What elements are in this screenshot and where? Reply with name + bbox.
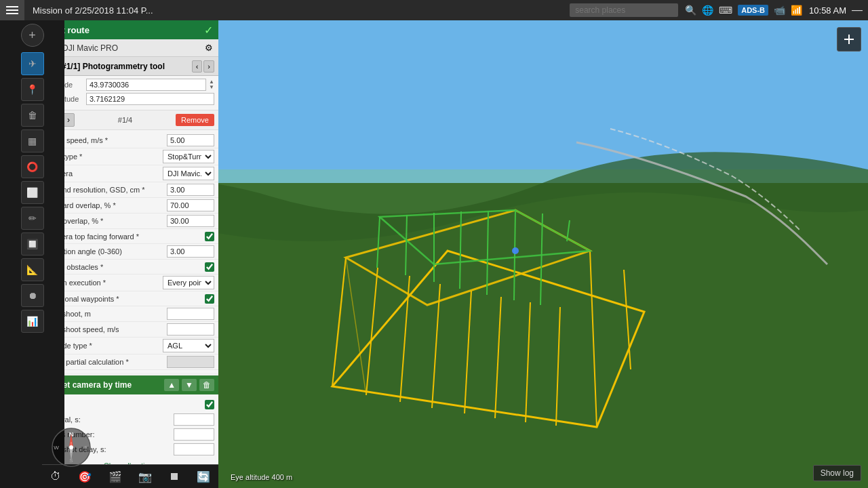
- keyboard-icon[interactable]: ⌨: [719, 5, 732, 16]
- compass: N S W E: [51, 427, 92, 468]
- allow-partial-row: Allow partial calculation *: [42, 354, 218, 370]
- coords-section: Latitude ▲ ▼ Longitude: [42, 76, 218, 110]
- forward-overlap-row: Forward overlap, % *: [42, 198, 218, 214]
- top-bar: Mission of 2/25/2018 11:04 P... 🔍 🌐 ⌨ AD…: [0, 0, 868, 20]
- show-log-button[interactable]: Show log: [813, 465, 861, 481]
- compass-svg: N S W E: [51, 427, 92, 468]
- camera-top-checkbox[interactable]: [205, 232, 214, 241]
- top-icons-group: 🔍 🌐 ⌨ ADS-B 📹 📶: [678, 5, 809, 16]
- svg-text:W: W: [54, 445, 59, 451]
- remove-waypoint-btn[interactable]: Remove: [176, 114, 214, 126]
- action-up-btn[interactable]: ▲: [164, 379, 179, 391]
- auto-row: Auto: [46, 397, 214, 412]
- sidebar-item-circle[interactable]: ⭕: [21, 155, 44, 178]
- svg-point-24: [512, 247, 519, 254]
- sidebar-item-grid[interactable]: ▦: [21, 129, 44, 152]
- avoid-obstacles-label: Avoid obstacles *: [46, 263, 205, 271]
- direction-angle-input[interactable]: [167, 245, 214, 258]
- allow-partial-input[interactable]: [167, 356, 214, 368]
- interval-label: Interval, s:: [46, 415, 174, 424]
- toolbar-target-btn[interactable]: 🎯: [74, 469, 96, 485]
- overshoot-m-row: Overshoot, m: [42, 306, 218, 322]
- action-execution-row: Action execution * Every point First poi…: [42, 274, 218, 291]
- search-icon[interactable]: 🔍: [685, 5, 696, 16]
- turn-type-select[interactable]: Stop&Turn Adaptive bank: [163, 150, 214, 163]
- additional-waypoints-checkbox[interactable]: [205, 294, 214, 304]
- camera-top-label: Camera top facing forward *: [46, 232, 205, 241]
- sidebar-item-shape[interactable]: 🔲: [21, 232, 44, 256]
- drone-settings-icon[interactable]: ⚙: [205, 43, 213, 53]
- tool-header: 🗑 [#1/1] Photogrammetry tool ‹ ›: [42, 57, 218, 76]
- flight-speed-row: Flight speed, m/s *: [42, 133, 218, 148]
- gsd-row: Ground resolution, GSD, cm *: [42, 182, 218, 198]
- flight-speed-input[interactable]: [167, 134, 214, 146]
- sidebar-item-draw[interactable]: ✏: [21, 207, 44, 230]
- action-delete-btn[interactable]: 🗑: [199, 379, 214, 391]
- toolbar-camera-btn[interactable]: 📷: [134, 469, 156, 485]
- toolbar-timer-btn[interactable]: ⏱: [46, 469, 65, 484]
- sidebar-item-record[interactable]: ⏺: [21, 284, 44, 307]
- camera-select[interactable]: DJI Mavic... Custom: [163, 167, 214, 180]
- mission-title: Mission of 2/25/2018 11:04 P...: [24, 5, 570, 16]
- toolbar-refresh-btn[interactable]: 🔄: [193, 469, 214, 485]
- action-section: #1 Set camera by time ▲ ▼ 🗑: [42, 375, 218, 394]
- waypoint-indicator: #1/4: [79, 116, 172, 124]
- bottom-toolbar: ⏱ 🎯 🎬 📷 ⏹ 🔄: [42, 464, 218, 488]
- signal-icon: 📶: [791, 5, 802, 16]
- video-icon[interactable]: 📹: [774, 5, 785, 16]
- auto-label: Auto: [46, 401, 205, 409]
- clock: 10:58 AM: [809, 5, 852, 16]
- menu-button[interactable]: [0, 0, 24, 20]
- overshoot-speed-input[interactable]: [167, 323, 214, 336]
- additional-waypoints-label: Additional waypoints *: [46, 295, 205, 303]
- zoom-icon: [842, 33, 856, 46]
- gsd-input[interactable]: [167, 184, 214, 196]
- altitude-type-select[interactable]: AGL AMSL: [163, 339, 214, 352]
- tool-prev-btn[interactable]: ‹: [192, 60, 203, 73]
- form-section: Flight speed, m/s * Turn type * Stop&Tur…: [42, 130, 218, 373]
- svg-text:E: E: [84, 445, 87, 451]
- add-button[interactable]: +: [21, 24, 44, 47]
- toolbar-action-btn[interactable]: 🎬: [104, 469, 126, 485]
- sidebar-item-ruler[interactable]: 📐: [21, 258, 44, 281]
- toolbar-stop-btn[interactable]: ⏹: [165, 469, 184, 484]
- interval-input[interactable]: [174, 413, 214, 426]
- side-overlap-input[interactable]: [167, 215, 214, 227]
- minimize-icon[interactable]: —: [852, 4, 868, 16]
- longitude-input[interactable]: [86, 93, 214, 105]
- first-shot-input[interactable]: [174, 443, 214, 455]
- action-execution-select[interactable]: Every point First point: [163, 276, 214, 289]
- overshoot-m-input[interactable]: [167, 308, 214, 320]
- latitude-input[interactable]: [86, 79, 206, 91]
- search-input[interactable]: [570, 3, 678, 17]
- forward-overlap-input[interactable]: [167, 199, 214, 211]
- sidebar-item-rectangle[interactable]: ⬜: [21, 181, 44, 204]
- nav-section: ‹ › #1/4 Remove: [42, 110, 218, 130]
- overshoot-speed-row: Overshoot speed, m/s: [42, 322, 218, 338]
- action-buttons: ▲ ▼ 🗑: [164, 379, 214, 391]
- left-sidebar: + ✈ 📍 🗑 ▦ ⭕ ⬜ ✏ 🔲 📐 ⏺ 📊: [0, 20, 64, 488]
- zoom-in-btn[interactable]: [837, 27, 861, 52]
- camera-top-row: Camera top facing forward *: [42, 229, 218, 244]
- auto-checkbox[interactable]: [205, 400, 214, 409]
- globe-icon[interactable]: 🌐: [702, 5, 713, 16]
- route-check-icon: ✓: [204, 24, 213, 37]
- interval-row: Interval, s:: [46, 412, 214, 427]
- additional-waypoints-row: Additional waypoints *: [42, 291, 218, 306]
- tool-title: [#1/1] Photogrammetry tool: [55, 62, 192, 71]
- tool-next-btn[interactable]: ›: [203, 60, 214, 73]
- sidebar-item-flight[interactable]: ✈: [21, 52, 44, 75]
- sidebar-item-waypoint[interactable]: 📍: [21, 78, 44, 101]
- direction-angle-row: Direction angle (0-360): [42, 244, 218, 260]
- sidebar-item-chart[interactable]: 📊: [21, 310, 44, 333]
- map-zoom-group: [837, 27, 861, 53]
- shots-input[interactable]: [174, 428, 214, 441]
- sidebar-item-delete[interactable]: 🗑: [21, 104, 44, 127]
- avoid-obstacles-checkbox[interactable]: [205, 262, 214, 272]
- adsb-badge: ADS-B: [738, 5, 768, 16]
- action-down-btn[interactable]: ▼: [182, 379, 197, 391]
- coord-up-down: ▲ ▼: [209, 79, 214, 90]
- tool-nav-arrows: ‹ ›: [192, 60, 214, 73]
- longitude-row: Longitude: [46, 93, 214, 105]
- latitude-row: Latitude ▲ ▼: [46, 79, 214, 91]
